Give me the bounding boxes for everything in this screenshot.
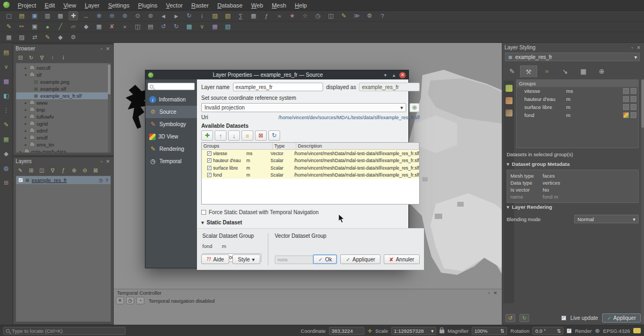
tab-symbology[interactable]: ✎ Symbology <box>145 118 197 130</box>
dataset-group-row-active[interactable]: fondm <box>517 111 638 119</box>
tree-item[interactable]: ▸tuflowfv <box>16 113 111 120</box>
spinner-arrows-icon[interactable]: ⇅ <box>557 328 561 334</box>
open-project-icon[interactable]: ▤ <box>17 11 26 20</box>
undo-style-icon[interactable]: ↺ <box>506 314 515 322</box>
mesh-group-icon[interactable] <box>506 97 513 104</box>
dataset-row[interactable]: ✓ vitessems Vector/home/vincent/meshData… <box>202 150 419 157</box>
attribute-table-icon[interactable]: ▦ <box>249 11 258 20</box>
styling-close-icon[interactable]: ✕ <box>635 45 642 50</box>
zoom-in-icon[interactable]: ⊕ <box>94 11 104 20</box>
tab-information[interactable]: i Information <box>145 93 197 106</box>
mesh-digitizing-icon[interactable]: ▦ <box>4 33 13 42</box>
add-oracle-icon[interactable]: ◍ <box>2 163 11 173</box>
mesh-edit-icon[interactable]: ✎ <box>43 33 52 42</box>
processing-options-icon[interactable]: ⚙ <box>69 33 78 42</box>
copy-features-icon[interactable]: ◫ <box>133 22 142 31</box>
tree-item[interactable]: ▾slf <box>16 71 111 78</box>
select-all-datasets-button[interactable]: ≡ <box>241 130 253 141</box>
add-vector-icon[interactable]: ∨ <box>2 62 11 71</box>
menu-view[interactable]: View <box>60 1 80 10</box>
save-layer-edits-icon[interactable]: ▣ <box>30 22 39 31</box>
dataset-group-row[interactable]: hauteur d'eaum <box>517 95 638 103</box>
help-button[interactable]: ⁇ Aide <box>201 254 229 264</box>
identify-features-icon[interactable]: i <box>197 11 207 20</box>
tree-item[interactable]: ▸netcdf <box>16 64 111 71</box>
caret-right-icon[interactable]: ▸ <box>24 122 28 126</box>
select-features-icon[interactable]: ▨ <box>210 11 219 20</box>
temporal-float-icon[interactable]: ▫ <box>486 290 492 296</box>
mesh-transform-icon[interactable]: ⇄ <box>30 33 39 42</box>
tab-mesh-frame[interactable]: ▦ <box>575 65 592 77</box>
blending-mode-select[interactable]: Normal ▾ <box>574 215 639 223</box>
tree-item[interactable]: ▸xdmf <box>16 127 111 134</box>
temporal-close-icon[interactable]: ✕ <box>492 290 499 296</box>
temporal-fixed-range-button[interactable]: ◷ <box>126 297 134 304</box>
dataset-row[interactable]: ✓ surface librem Scalar/home/vincent/mes… <box>202 164 419 172</box>
layer-item-selected[interactable]: ✓ ▦ example_res_fr ◷ ? <box>16 176 111 184</box>
browser-collapse-all-icon[interactable]: ↑ <box>49 54 56 61</box>
caret-right-icon[interactable]: ▸ <box>24 115 28 119</box>
browser-properties-icon[interactable]: i <box>60 54 67 61</box>
options-icon[interactable]: ⚙ <box>365 11 374 20</box>
zoom-out-icon[interactable]: ⊖ <box>107 11 116 20</box>
caret-down-icon[interactable]: ▾ <box>24 73 28 77</box>
force-static-row[interactable]: Force Static Dataset with Temporal Navig… <box>201 209 420 215</box>
zoom-full-icon[interactable]: ⊛ <box>120 11 129 20</box>
symbology-brush-icon[interactable]: ✎ <box>505 65 519 77</box>
tab-rendering[interactable]: ✎ Rendering <box>145 143 197 155</box>
locate-search-input[interactable]: Type to locate (Ctrl+K) <box>3 327 126 335</box>
expand-tree-button[interactable]: ↓ <box>228 130 240 141</box>
pan-map-icon[interactable]: ✚ <box>69 11 78 20</box>
caret-right-icon[interactable]: ▸ <box>24 143 28 147</box>
magnifier-spinner[interactable]: 100% ⇅ <box>472 327 507 335</box>
temporal-controller-icon[interactable]: ◷ <box>313 11 323 20</box>
vertex-tool-icon[interactable]: ◆ <box>82 22 91 31</box>
caret-right-icon[interactable]: ▸ <box>24 108 28 112</box>
contour-toggle-icon[interactable] <box>623 88 629 94</box>
tab-contours[interactable]: ≈ <box>538 65 555 77</box>
contour-toggle-icon[interactable] <box>623 104 629 110</box>
scale-select[interactable]: 1:129257328 ▾ <box>391 327 436 335</box>
menu-mesh[interactable]: Mesh <box>268 1 290 10</box>
tree-item-selected[interactable]: ▦example_res_fr.slf <box>16 92 111 99</box>
styling-layer-select[interactable]: ▦ example_res_fr ▾ <box>505 53 640 61</box>
crs-select[interactable]: Invalid projection ▾ <box>201 103 406 112</box>
collapse-tree-button[interactable]: ↑ <box>215 130 226 141</box>
dialog-search-input[interactable] <box>148 83 195 90</box>
save-project-icon[interactable]: ▣ <box>30 11 39 20</box>
styling-float-icon[interactable]: ▫ <box>629 45 635 50</box>
filter-expression-icon[interactable]: ƒ <box>60 166 67 174</box>
add-group-icon[interactable]: ⊞ <box>27 166 35 174</box>
mesh-group-icon[interactable] <box>506 109 513 116</box>
styling-scrollbar[interactable] <box>641 79 644 324</box>
zoom-to-selection-icon[interactable]: ⊙ <box>133 11 142 20</box>
toggle-editing-icon[interactable]: ✏ <box>17 22 26 31</box>
current-edits-icon[interactable]: ✎ <box>4 22 13 31</box>
menu-plugins[interactable]: Plugins <box>134 1 161 10</box>
menu-layer[interactable]: Layer <box>81 1 104 10</box>
refresh-map-icon[interactable]: ↻ <box>185 11 194 20</box>
help-icon[interactable]: ? <box>378 11 387 20</box>
tab-datasets[interactable]: ⚒ <box>520 65 537 77</box>
browser-refresh-icon[interactable]: ↻ <box>27 54 35 61</box>
browser-close-icon[interactable]: ✕ <box>105 46 111 52</box>
dialog-titlebar[interactable]: Layer Properties — example_res_fr — Sour… <box>145 70 408 79</box>
annotation-icon[interactable]: ✎ <box>339 11 348 20</box>
paste-features-icon[interactable]: ▤ <box>146 22 155 31</box>
ok-button[interactable]: ✓ Ok <box>313 254 337 264</box>
deselect-features-icon[interactable]: ▧ <box>223 11 232 20</box>
style-button[interactable]: Style ▾ <box>232 254 260 264</box>
zoom-next-icon[interactable]: ► <box>172 11 181 20</box>
tab-3d-view[interactable]: 3D View <box>145 130 197 143</box>
caret-right-icon[interactable]: ▸ <box>24 66 28 70</box>
crs-label[interactable]: EPSG:4326 <box>603 328 630 334</box>
zoom-last-icon[interactable]: ◄ <box>159 11 168 20</box>
menu-project[interactable]: Project <box>14 1 40 10</box>
add-delimited-text-icon[interactable]: ⋮ <box>2 105 11 115</box>
new-project-icon[interactable]: ▢ <box>4 11 13 20</box>
tree-item[interactable]: ▸tmp <box>16 106 111 113</box>
lock-scale-icon[interactable] <box>440 330 444 333</box>
tab-temporal[interactable]: ◷ Temporal <box>145 155 197 167</box>
add-line-feature-icon[interactable]: ╱ <box>56 22 65 31</box>
vector-toggle-icon[interactable] <box>631 104 636 110</box>
